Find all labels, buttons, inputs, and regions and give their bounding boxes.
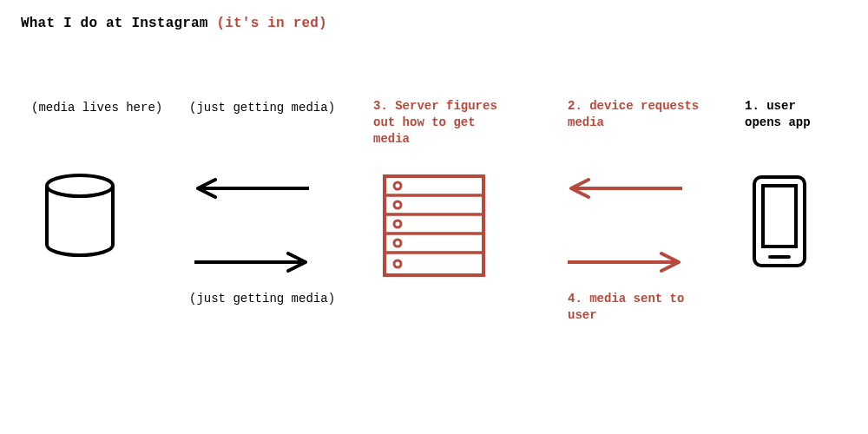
svg-point-11 — [394, 220, 401, 227]
arrow-fetch-left-icon — [191, 178, 312, 199]
title-highlight: (it's in red) — [216, 16, 326, 31]
caption-storage: (media lives here) — [31, 100, 162, 116]
svg-rect-7 — [385, 233, 483, 253]
page-title: What I do at Instagram (it's in red) — [21, 16, 327, 31]
svg-rect-4 — [385, 176, 483, 195]
caption-device: 1. user opens app — [745, 98, 811, 131]
phone-icon — [751, 174, 808, 269]
svg-point-9 — [394, 182, 401, 189]
database-icon — [43, 174, 116, 257]
svg-rect-17 — [763, 186, 796, 247]
title-main: What I do at Instagram — [21, 16, 216, 31]
server-icon — [382, 174, 486, 278]
svg-rect-8 — [385, 253, 483, 275]
svg-point-0 — [47, 175, 113, 196]
arrow-request-left-icon — [564, 178, 686, 199]
caption-fetch-top: (just getting media) — [189, 100, 335, 116]
arrow-response-right-icon — [564, 252, 686, 273]
arrow-fetch-right-icon — [191, 252, 312, 273]
svg-rect-6 — [385, 214, 483, 233]
caption-fetch-bottom: (just getting media) — [189, 291, 335, 307]
svg-point-10 — [394, 201, 401, 208]
caption-server: 3. Server figures out how to get media — [373, 98, 497, 148]
caption-response: 4. media sent to user — [568, 291, 684, 324]
svg-rect-5 — [385, 195, 483, 214]
svg-point-12 — [394, 240, 401, 247]
svg-point-13 — [394, 260, 401, 267]
caption-request: 2. device requests media — [568, 98, 699, 131]
